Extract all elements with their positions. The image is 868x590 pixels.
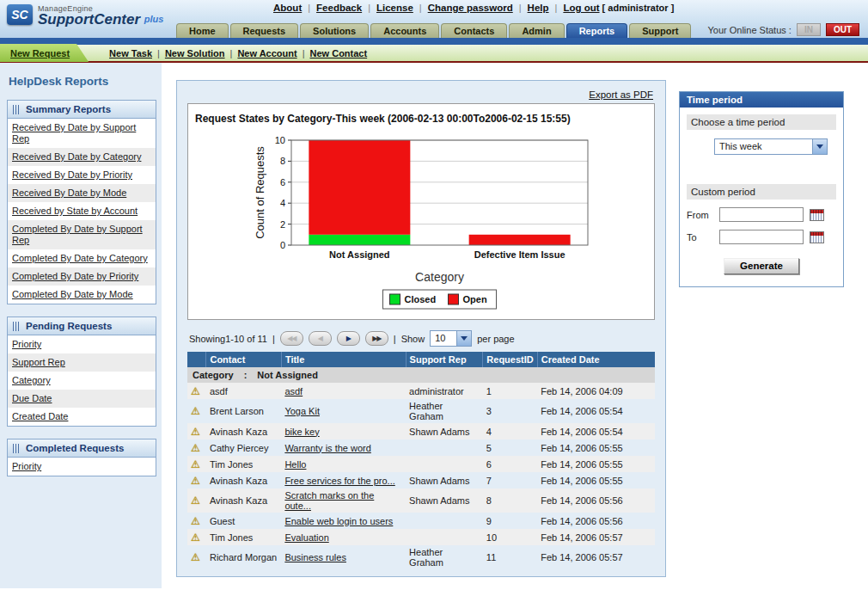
sidebar-item[interactable]: Completed By Date by Priority [8, 267, 156, 286]
sidebar-item[interactable]: Received by State by Account [8, 202, 156, 220]
tab-solutions[interactable]: Solutions [300, 23, 369, 38]
sidebar-item[interactable]: Created Date [8, 408, 156, 426]
sidebar-item[interactable]: Completed By Date by Category [8, 249, 156, 267]
sidebar-item-link[interactable]: Received by State by Account [12, 206, 138, 216]
header-link-change-password[interactable]: Change password [428, 3, 513, 13]
sidebar-item[interactable]: Completed By Date by Mode [8, 286, 156, 304]
header-link-feedback[interactable]: Feedback [316, 3, 362, 13]
contact-cell: Avinash Kaza [206, 423, 281, 439]
sidebar-item-link[interactable]: Priority [12, 461, 41, 471]
request-title-link[interactable]: Business rules [284, 552, 346, 562]
tab-support[interactable]: Support [629, 23, 691, 38]
tab-requests[interactable]: Requests [230, 23, 299, 38]
request-title-link[interactable]: Enable web login to users [284, 516, 393, 526]
sidebar-item-link[interactable]: Completed By Date by Category [12, 253, 148, 263]
action-link-new-task[interactable]: New Task [109, 48, 152, 58]
svg-text:Count of Requests: Count of Requests [254, 146, 266, 239]
group-label: Category [193, 370, 234, 380]
chevron-down-icon[interactable] [812, 139, 827, 154]
svg-text:Category: Category [415, 270, 464, 284]
request-title-link[interactable]: Warranty is the word [284, 443, 370, 453]
first-page-button[interactable]: ◀◀ [280, 331, 303, 346]
request-title-link[interactable]: Hello [284, 459, 306, 470]
request-title-link[interactable]: Free services for the pro... [284, 476, 394, 486]
from-date-input[interactable] [719, 207, 804, 222]
status-out-button[interactable]: OUT [826, 23, 859, 36]
sidebar-item[interactable]: Received By Date by Priority [8, 166, 156, 184]
sidebar-item-link[interactable]: Completed By Date by Support Rep [12, 224, 143, 245]
header-link-about[interactable]: About [273, 3, 302, 13]
tab-home[interactable]: Home [176, 23, 229, 38]
contact-cell: Brent Larson [206, 399, 281, 423]
sidebar-item[interactable]: Due Date [8, 390, 156, 408]
header-link-license[interactable]: License [376, 3, 413, 13]
calendar-icon[interactable] [810, 209, 824, 221]
sidebar-item-link[interactable]: Created Date [12, 411, 68, 421]
request-title-link[interactable]: bike key [284, 427, 319, 437]
sidebar-item-link[interactable]: Received By Date by Support Rep [12, 122, 136, 144]
prev-page-button[interactable]: ◀ [309, 331, 332, 346]
sidebar-item-link[interactable]: Completed By Date by Mode [12, 289, 133, 299]
tab-admin[interactable]: Admin [509, 23, 564, 38]
sidebar-item-link[interactable]: Completed By Date by Priority [12, 271, 138, 281]
chevron-down-icon[interactable] [456, 331, 471, 346]
sidebar-item-link[interactable]: Priority [12, 339, 41, 349]
header-link-log-out[interactable]: Log out [563, 3, 599, 13]
support-rep-cell: Heather Graham [406, 399, 483, 423]
request-title-link[interactable]: Yoga Kit [284, 406, 320, 416]
action-link-new-account[interactable]: New Account [237, 48, 296, 58]
export-pdf-link[interactable]: Export as PDF [589, 89, 653, 100]
generate-button[interactable]: Generate [724, 258, 799, 274]
sidebar-item-link[interactable]: Support Rep [12, 357, 65, 367]
tab-reports[interactable]: Reports [566, 23, 628, 38]
calendar-icon[interactable] [810, 231, 824, 243]
action-link-new-contact[interactable]: New Contact [310, 48, 368, 58]
next-page-button[interactable]: ▶ [337, 331, 360, 346]
warning-icon: ⚠ [191, 495, 200, 507]
contact-cell: Avinash Kaza [206, 489, 281, 513]
request-title-link[interactable]: asdf [284, 386, 303, 396]
action-links: New Task|New Solution|New Account|New Co… [104, 48, 372, 58]
sidebar-item[interactable]: Received By Date by Support Rep [8, 119, 156, 148]
sidebar-item[interactable]: Priority [8, 458, 156, 476]
request-title-link[interactable]: Scratch marks on the oute... [284, 490, 374, 511]
logo-product: SupportCenter plus [38, 13, 163, 26]
table-row: ⚠Tim JonesHello6Feb 14, 2006 05:55 [187, 456, 655, 472]
group-value: Not Assigned [257, 370, 318, 380]
status-in-button[interactable]: IN [797, 23, 821, 36]
section-bars-icon [13, 105, 21, 114]
contact-cell: asdf [206, 383, 281, 399]
category-group-row: Category:Not Assigned [187, 367, 655, 383]
created-date-cell: Feb 14, 2006 05:55 [537, 439, 655, 456]
tab-contacts[interactable]: Contacts [441, 23, 507, 38]
last-page-button[interactable]: ▶▶ [365, 331, 388, 346]
created-date-cell: Feb 14, 2006 05:57 [537, 529, 655, 545]
sidebar-item[interactable]: Category [8, 372, 156, 390]
sidebar-item-link[interactable]: Received By Date by Mode [12, 187, 126, 198]
new-request-link[interactable]: New Request [10, 48, 70, 58]
table-row: ⚠Cathy PierceyWarranty is the word5Feb 1… [187, 439, 655, 456]
sidebar: HelpDesk Reports Summary ReportsReceived… [0, 63, 162, 588]
link-separator: | [308, 3, 310, 13]
sidebar-item[interactable]: Priority [8, 335, 156, 353]
action-link-new-solution[interactable]: New Solution [165, 48, 225, 58]
to-date-input[interactable] [719, 230, 804, 244]
request-id-cell: 7 [483, 472, 537, 489]
sidebar-item[interactable]: Received By Date by Mode [8, 184, 156, 202]
contact-cell: Guest [206, 513, 281, 529]
tab-accounts[interactable]: Accounts [370, 23, 439, 38]
request-title-link[interactable]: Evaluation [284, 532, 328, 543]
table-row: ⚠Tim JonesEvaluation10Feb 14, 2006 05:57 [187, 529, 655, 545]
sidebar-item-link[interactable]: Due Date [12, 393, 52, 403]
time-period-select[interactable]: This week [714, 138, 828, 155]
table-row: ⚠Brent LarsonYoga KitHeather Graham3Feb … [187, 399, 655, 423]
sidebar-item-link[interactable]: Category [12, 375, 51, 385]
sidebar-item-link[interactable]: Received By Date by Category [12, 151, 141, 162]
per-page-select[interactable]: 10 [430, 330, 472, 347]
sidebar-item-link[interactable]: Received By Date by Priority [12, 169, 132, 180]
sidebar-item[interactable]: Support Rep [8, 353, 156, 372]
new-request-tab[interactable]: New Request [0, 44, 89, 62]
sidebar-item[interactable]: Received By Date by Category [8, 148, 156, 166]
header-link-help[interactable]: Help [528, 3, 549, 13]
sidebar-item[interactable]: Completed By Date by Support Rep [8, 220, 156, 249]
